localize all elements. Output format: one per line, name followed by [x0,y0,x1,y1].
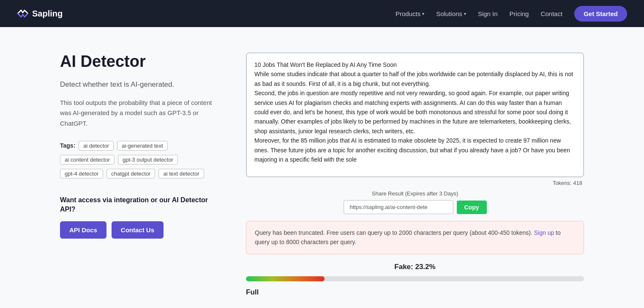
nav-links: Products ▾ Solutions ▾ Sign In Pricing C… [396,6,627,22]
logo-icon [17,9,29,18]
textarea-wrapper [246,52,584,177]
tag-gpt3[interactable]: gpt-3 output detector [118,155,178,165]
chevron-down-icon: ▾ [464,11,466,16]
tag-ai-content[interactable]: ai content detector [60,155,115,165]
score-bar-fill [246,276,325,281]
tokens-row: Tokens: 418 [246,177,584,190]
tags-row-3: gpt-4 detector chatgpt detector ai text … [60,169,221,179]
chevron-down-icon: ▾ [422,11,424,16]
share-input-row: Copy [344,200,487,214]
left-panel: AI Detector Detect whether text is AI-ge… [60,52,221,239]
tag-chatgpt[interactable]: chatgpt detector [106,169,155,179]
nav-solutions[interactable]: Solutions ▾ [436,10,466,17]
score-section: Fake: 23.2% Full [246,263,584,301]
share-url-input[interactable] [344,200,453,214]
api-section: Want access via integration or our AI De… [60,195,221,239]
logo[interactable]: Sapling [17,9,63,19]
right-panel: Tokens: 418 Share Result (Expires after … [246,52,584,301]
api-buttons: API Docs Contact Us [60,221,221,239]
get-started-button[interactable]: Get Started [574,6,627,22]
navbar: Sapling Products ▾ Solutions ▾ Sign In P… [0,0,644,27]
tags-row-2: ai content detector gpt-3 output detecto… [60,155,221,165]
score-bar-track [246,276,584,281]
nav-products[interactable]: Products ▾ [396,10,424,17]
nav-pricing[interactable]: Pricing [510,10,529,17]
tokens-count: Tokens: 418 [553,180,582,186]
tag-ai-detector[interactable]: ai detector [79,141,114,151]
ai-text-input[interactable] [247,53,583,176]
page-title: AI Detector [60,52,221,71]
nav-signin[interactable]: Sign In [478,10,498,17]
logo-text: Sapling [32,9,63,19]
page-description: This tool outputs the probability that a… [60,98,221,129]
warning-text: Query has been truncated. Free users can… [255,229,532,236]
copy-button[interactable]: Copy [457,201,487,214]
tag-ai-generated[interactable]: ai-generated text [117,141,168,151]
api-title: Want access via integration or our AI De… [60,195,221,214]
api-docs-button[interactable]: API Docs [60,221,106,239]
share-row: Share Result (Expires after 3 Days) Copy [246,190,584,214]
tag-gpt4[interactable]: gpt-4 detector [60,169,103,179]
score-title: Fake: 23.2% [246,263,584,271]
tag-ai-text[interactable]: ai text detector [158,169,204,179]
full-label: Full [246,288,584,297]
contact-us-button[interactable]: Contact Us [112,221,164,239]
nav-contact[interactable]: Contact [540,10,562,17]
tags-label: Tags: [60,142,75,149]
main-container: AI Detector Detect whether text is AI-ge… [26,27,618,308]
tags-container: Tags: ai detector ai-generated text [60,141,221,151]
page-subtitle: Detect whether text is AI-generated. [60,79,221,90]
warning-box: Query has been truncated. Free users can… [246,221,584,254]
sign-up-link[interactable]: Sign up [534,229,554,236]
share-label: Share Result (Expires after 3 Days) [372,190,458,197]
